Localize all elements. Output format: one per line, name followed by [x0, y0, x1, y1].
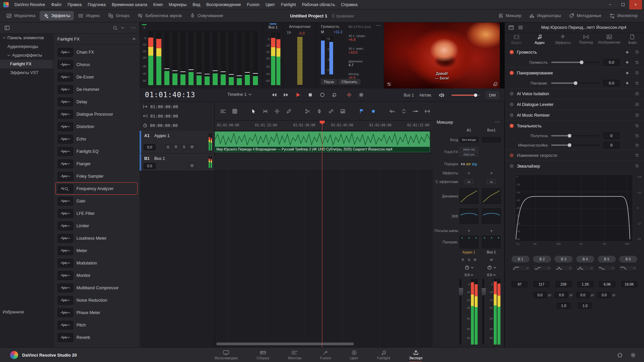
track-lane-b1[interactable]	[215, 154, 433, 171]
volume-value[interactable]: 0.0	[603, 59, 620, 66]
pan-slider[interactable]	[551, 82, 600, 84]
filter-shape-highshelf[interactable]	[597, 265, 616, 271]
effect-list-item[interactable]: Flanger	[55, 158, 138, 170]
sidebar-item-audio-effects[interactable]: Аудиоэффекты	[0, 51, 53, 60]
list-view-icon[interactable]	[517, 24, 524, 31]
page-deliver[interactable]: Экспорт	[407, 348, 425, 362]
band-q-value[interactable]: 1.0	[557, 303, 571, 309]
track-lane-a1[interactable]: Мир Юрского Периода 4 Возрождение — Русс…	[215, 131, 433, 154]
reset-icon[interactable]	[635, 153, 639, 158]
page-fairlight[interactable]: Fairlight	[375, 348, 392, 362]
band-frequency-value[interactable]: 1.2K	[577, 281, 593, 287]
track-lock-icon[interactable]	[165, 144, 171, 150]
viewer-expand-icon[interactable]	[493, 82, 498, 86]
effect-list-item[interactable]: Phase Meter	[55, 306, 138, 319]
effect-list-item[interactable]: Pitch	[55, 319, 138, 331]
add-effect-button[interactable]: +	[490, 171, 493, 176]
fader-value[interactable]: 0.0	[465, 273, 473, 277]
detune-value[interactable]: 0	[603, 142, 620, 148]
input-selector[interactable]: Без входа	[460, 137, 478, 142]
strip-mute-button[interactable]: M	[489, 257, 494, 262]
eq-band-button[interactable]: В 6	[619, 256, 637, 262]
track-gain-value[interactable]: 0.0	[144, 144, 156, 150]
jump-prev-icon[interactable]	[143, 114, 148, 118]
transport-settings-icon[interactable]	[357, 90, 366, 99]
search-icon[interactable]	[111, 24, 119, 32]
menu-item[interactable]: Fairlight	[278, 0, 299, 9]
band-frequency-value[interactable]: 117	[533, 281, 549, 287]
track-header-a1[interactable]: A1 Аудио 1 0.0 R S M	[140, 131, 214, 154]
track-height-icon[interactable]	[400, 108, 408, 115]
eq-band-button[interactable]: В 1	[512, 256, 530, 262]
flag-tool[interactable]	[358, 108, 365, 115]
timeline-selector[interactable]: Timeline 1	[227, 92, 252, 97]
sidebar-item-fairlight-fx[interactable]: Fairlight FX	[0, 60, 53, 68]
minimize-button[interactable]: −	[604, 0, 616, 9]
track-fx-chip[interactable]: Voice Iso	[460, 147, 478, 152]
track-solo-button[interactable]: S	[181, 144, 187, 150]
waveform-view-icon[interactable]	[388, 108, 396, 115]
options-icon[interactable]	[635, 92, 639, 96]
input-selector[interactable]	[482, 137, 501, 142]
band-gain-value[interactable]: 0.0	[555, 292, 568, 298]
loudness-options-icon[interactable]: ···	[376, 23, 381, 28]
chevron-down-icon[interactable]	[471, 267, 474, 268]
fader-handle[interactable]	[481, 288, 486, 296]
play-button[interactable]	[294, 90, 303, 99]
menu-item[interactable]: Файл	[48, 0, 64, 9]
band-gain-value[interactable]: 0.0	[576, 292, 590, 298]
menu-item[interactable]: Временная шкала	[109, 0, 150, 9]
reset-icon[interactable]	[635, 143, 639, 147]
panel-toggle-icon[interactable]	[3, 24, 11, 32]
mixer-button[interactable]: Микшер	[494, 11, 525, 20]
close-button[interactable]: ×	[629, 0, 642, 9]
effect-list-item[interactable]: Fairlight EQ	[55, 145, 138, 158]
effect-list-item[interactable]: De-Esser	[55, 71, 138, 83]
page-cut[interactable]: Сборка	[255, 348, 271, 362]
eq-graph[interactable]	[482, 208, 501, 224]
snapshot-tool[interactable]	[339, 108, 346, 115]
page-color[interactable]: Цвет	[348, 348, 360, 362]
effect-list-item[interactable]: Chain FX	[55, 46, 138, 58]
keyframe-diamond-icon[interactable]	[626, 71, 629, 75]
menu-item[interactable]: Справка	[338, 0, 361, 9]
add-effect-button[interactable]: +	[468, 171, 470, 176]
fader-handle[interactable]	[459, 288, 464, 296]
filter-shape-bell[interactable]	[576, 265, 594, 271]
adr-button[interactable]: Озвучивание	[186, 11, 227, 20]
band-frequency-value[interactable]: 19.0K	[621, 281, 637, 287]
keyframe-diamond-icon[interactable]	[626, 81, 629, 85]
tab-image[interactable]: Изображение	[598, 33, 621, 46]
mini-slider-icon[interactable]	[412, 108, 419, 115]
effect-list-item[interactable]: Foley Sampler	[55, 170, 138, 182]
speaker-icon[interactable]	[437, 91, 446, 100]
settings-gear-icon[interactable]	[630, 352, 636, 358]
eq-band-button[interactable]: В 5	[598, 256, 616, 262]
order-dy[interactable]: DY	[467, 162, 471, 166]
maximize-button[interactable]	[616, 0, 629, 9]
eq-band-button[interactable]: В 2	[533, 256, 551, 262]
page-fusion[interactable]: Fusion	[318, 348, 333, 362]
playhead-line[interactable]	[322, 131, 322, 347]
fast-forward-button[interactable]	[282, 90, 290, 99]
mixer-options-icon[interactable]: ···	[495, 120, 500, 124]
dynamics-graph[interactable]	[482, 188, 501, 204]
scissors-tool[interactable]	[304, 108, 311, 115]
dynamics-graph[interactable]	[460, 188, 478, 204]
strip-mute-button[interactable]: M	[473, 257, 477, 262]
reset-icon[interactable]	[635, 164, 639, 168]
speed-toggle[interactable]	[509, 153, 514, 158]
reset-icon[interactable]	[635, 81, 639, 85]
menu-item[interactable]: Воспроизведение	[203, 0, 244, 9]
chevron-down-icon[interactable]	[493, 267, 496, 268]
track-mute-button[interactable]: M	[189, 163, 195, 169]
fader-groove[interactable]	[482, 279, 484, 345]
effect-list-item[interactable]: Meter	[55, 244, 138, 257]
reset-button[interactable]: Сбросить	[338, 78, 361, 85]
reset-icon[interactable]	[635, 60, 639, 65]
menu-item[interactable]: Подгонка	[85, 0, 109, 9]
auto-dub-icon[interactable]	[345, 90, 354, 99]
tab-effects[interactable]: Эффекты	[551, 33, 574, 46]
effect-list-item[interactable]: Modulation	[55, 257, 138, 269]
fader-groove[interactable]	[460, 279, 461, 345]
